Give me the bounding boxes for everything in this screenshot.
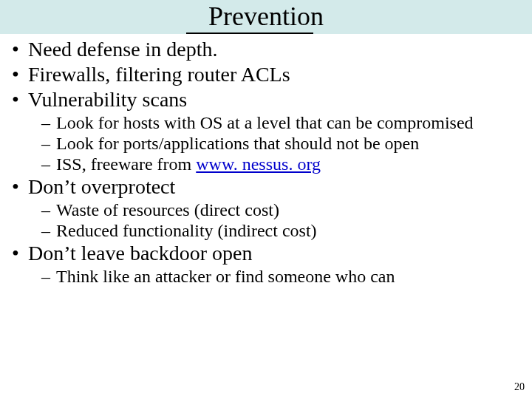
subbullet-ports-apps: Look for ports/applications that should … <box>6 133 523 154</box>
bullet-text: Don’t overprotect <box>28 175 175 198</box>
bullet-text: Need defense in depth. <box>28 38 218 61</box>
slide: Prevention Need defense in depth. Firewa… <box>0 0 532 399</box>
bullet-firewalls: Firewalls, filtering router ACLs <box>6 62 523 87</box>
subbullet-think-attacker: Think like an attacker or find someone w… <box>6 266 523 287</box>
slide-body: Need defense in depth. Firewalls, filter… <box>6 37 523 287</box>
bullet-vuln-scans: Vulnerability scans <box>6 87 523 112</box>
bullet-text-pre: ISS, freeware from <box>56 154 196 174</box>
slide-title: Prevention <box>0 1 532 31</box>
bullet-dont-overprotect: Don’t overprotect <box>6 174 523 200</box>
page-number: 20 <box>514 381 525 393</box>
subbullet-waste-resources: Waste of resources (direct cost) <box>6 200 523 220</box>
bullet-text: Think like an attacker or find someone w… <box>56 267 395 286</box>
subbullet-iss-nessus: ISS, freeware from www. nessus. org <box>6 154 523 174</box>
bullet-text: Firewalls, filtering router ACLs <box>28 63 290 86</box>
subbullet-os-level: Look for hosts with OS at a level that c… <box>6 112 523 133</box>
bullet-text: Look for ports/applications that should … <box>56 134 419 153</box>
title-underline <box>186 33 313 34</box>
bullet-text: Waste of resources (direct cost) <box>56 200 279 219</box>
bullet-backdoor: Don’t leave backdoor open <box>6 241 523 266</box>
bullet-defense-in-depth: Need defense in depth. <box>6 37 523 62</box>
bullet-text: Reduced functionality (indirect cost) <box>56 221 317 240</box>
subbullet-reduced-functionality: Reduced functionality (indirect cost) <box>6 220 523 241</box>
bullet-text: Don’t leave backdoor open <box>28 242 253 265</box>
nessus-link[interactable]: www. nessus. org <box>196 154 321 174</box>
bullet-text: Vulnerability scans <box>28 88 187 111</box>
bullet-text: Look for hosts with OS at a level that c… <box>56 113 474 132</box>
